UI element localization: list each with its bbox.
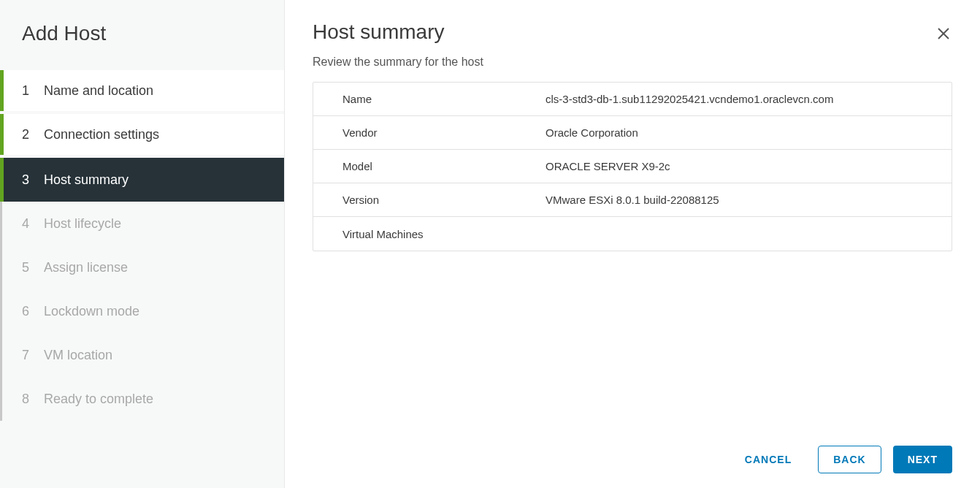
- step-assign-license[interactable]: 5 Assign license: [0, 245, 284, 289]
- close-icon: [937, 27, 950, 40]
- step-lockdown-mode[interactable]: 6 Lockdown mode: [0, 289, 284, 333]
- step-ready-to-complete[interactable]: 8 Ready to complete: [0, 377, 284, 421]
- cancel-button[interactable]: CANCEL: [730, 446, 806, 473]
- step-number: 3: [22, 172, 44, 188]
- summary-row-vendor: Vendor Oracle Corporation: [313, 116, 952, 150]
- page-subtitle: Review the summary for the host: [313, 56, 952, 69]
- summary-row-version: Version VMware ESXi 8.0.1 build-22088125: [313, 183, 952, 217]
- wizard-footer: CANCEL BACK NEXT: [313, 431, 952, 473]
- next-button[interactable]: NEXT: [893, 446, 952, 473]
- step-label: VM location: [44, 348, 112, 363]
- summary-value: cls-3-std3-db-1.sub11292025421.vcndemo1.…: [540, 84, 952, 114]
- step-label: Lockdown mode: [44, 304, 139, 319]
- main-header: Host summary: [313, 20, 952, 56]
- add-host-wizard: Add Host 1 Name and location 2 Connectio…: [0, 0, 980, 488]
- summary-row-virtual-machines: Virtual Machines: [313, 217, 952, 251]
- summary-row-model: Model ORACLE SERVER X9-2c: [313, 150, 952, 183]
- step-number: 2: [22, 127, 44, 142]
- page-title: Host summary: [313, 20, 444, 44]
- summary-label: Version: [313, 185, 540, 215]
- step-number: 4: [22, 216, 44, 232]
- step-label: Host summary: [44, 172, 129, 188]
- wizard-sidebar: Add Host 1 Name and location 2 Connectio…: [0, 0, 285, 488]
- summary-value: [540, 225, 952, 243]
- step-label: Host lifecycle: [44, 216, 121, 232]
- step-number: 8: [22, 392, 44, 407]
- step-host-lifecycle[interactable]: 4 Host lifecycle: [0, 202, 284, 245]
- step-vm-location[interactable]: 7 VM location: [0, 333, 284, 377]
- step-number: 6: [22, 304, 44, 319]
- summary-label: Name: [313, 84, 540, 114]
- summary-label: Vendor: [313, 118, 540, 148]
- summary-label: Model: [313, 151, 540, 181]
- wizard-title: Add Host: [0, 16, 284, 70]
- step-number: 7: [22, 348, 44, 363]
- summary-value: ORACLE SERVER X9-2c: [540, 151, 952, 181]
- wizard-step-list: 1 Name and location 2 Connection setting…: [0, 70, 284, 421]
- wizard-main: Host summary Review the summary for the …: [285, 0, 980, 488]
- summary-value: VMware ESXi 8.0.1 build-22088125: [540, 185, 952, 215]
- summary-label: Virtual Machines: [313, 219, 540, 249]
- step-label: Name and location: [44, 83, 153, 99]
- step-label: Assign license: [44, 260, 128, 275]
- host-summary-table: Name cls-3-std3-db-1.sub11292025421.vcnd…: [313, 82, 952, 251]
- summary-row-name: Name cls-3-std3-db-1.sub11292025421.vcnd…: [313, 83, 952, 116]
- step-name-and-location[interactable]: 1 Name and location: [0, 70, 284, 114]
- step-host-summary[interactable]: 3 Host summary: [0, 158, 284, 202]
- back-button[interactable]: BACK: [818, 446, 881, 473]
- step-label: Ready to complete: [44, 392, 153, 407]
- close-button[interactable]: [935, 25, 952, 42]
- step-connection-settings[interactable]: 2 Connection settings: [0, 114, 284, 158]
- summary-value: Oracle Corporation: [540, 118, 952, 148]
- step-number: 1: [22, 83, 44, 99]
- step-number: 5: [22, 260, 44, 275]
- step-label: Connection settings: [44, 127, 159, 142]
